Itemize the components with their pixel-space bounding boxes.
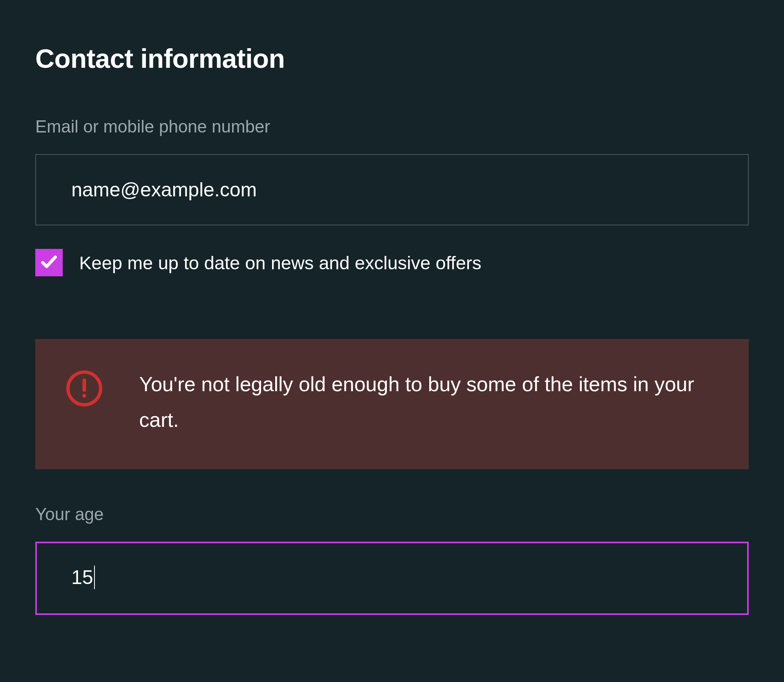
svg-point-2 [82, 394, 86, 398]
newsletter-label: Keep me up to date on news and exclusive… [79, 252, 481, 274]
error-banner: You're not legally old enough to buy som… [35, 339, 749, 469]
text-cursor [94, 566, 95, 589]
section-title: Contact information [35, 43, 749, 74]
alert-icon [65, 369, 104, 410]
email-label: Email or mobile phone number [35, 117, 749, 136]
newsletter-checkbox[interactable] [35, 249, 63, 276]
email-field-group: Email or mobile phone number [35, 117, 749, 225]
age-value: 15 [71, 566, 93, 588]
email-input[interactable] [35, 154, 749, 225]
age-label: Your age [35, 504, 749, 524]
error-message: You're not legally old enough to buy som… [139, 366, 719, 438]
age-input[interactable]: 15 [35, 542, 749, 615]
newsletter-row[interactable]: Keep me up to date on news and exclusive… [35, 249, 749, 276]
check-icon [40, 252, 58, 273]
age-field-group: Your age 15 [35, 504, 749, 615]
